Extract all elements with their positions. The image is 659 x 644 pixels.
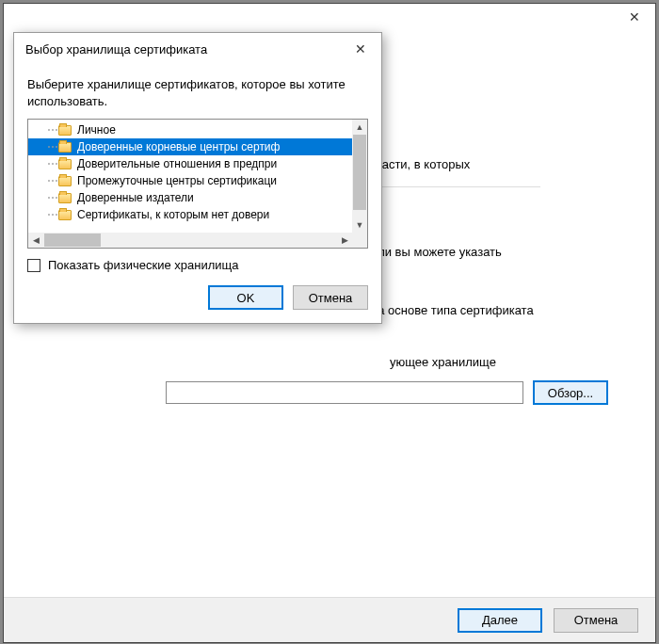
tree-connector-icon: ⋯: [47, 208, 56, 221]
tree-item[interactable]: ⋯Доверенные корневые центры сертиф: [28, 138, 367, 155]
store-path-row: Обзор...: [166, 380, 608, 405]
folder-icon: [58, 159, 72, 169]
folder-icon: [58, 193, 72, 203]
tree-item[interactable]: ⋯Личное: [28, 121, 367, 138]
scroll-left-icon[interactable]: ◀: [28, 233, 43, 248]
scroll-up-icon[interactable]: ▲: [352, 120, 367, 135]
scroll-thumb[interactable]: [353, 135, 366, 210]
dialog-title: Выбор хранилища сертификата: [25, 42, 207, 56]
tree-item-label: Доверенные корневые центры сертиф: [77, 140, 280, 153]
folder-icon: [58, 125, 72, 136]
tree-connector-icon: ⋯: [47, 123, 56, 137]
ok-button[interactable]: OK: [208, 285, 283, 310]
tree-item-label: Личное: [77, 123, 116, 137]
scroll-corner: [352, 233, 367, 248]
cancel-button[interactable]: Отмена: [554, 608, 638, 633]
tree-item[interactable]: ⋯Сертификаты, к которым нет довери: [28, 206, 367, 223]
folder-icon: [58, 176, 72, 186]
close-icon[interactable]: ✕: [347, 38, 374, 60]
show-physical-checkbox[interactable]: [27, 259, 40, 272]
tree-item-label: Сертификаты, к которым нет довери: [77, 208, 269, 221]
tree-item[interactable]: ⋯Промежуточные центры сертификаци: [28, 172, 367, 189]
tree-item[interactable]: ⋯Доверенные издатели: [28, 189, 367, 206]
horizontal-scrollbar[interactable]: ◀ ▶: [28, 233, 352, 248]
vertical-scrollbar[interactable]: ▲ ▼: [352, 120, 367, 233]
store-tree[interactable]: ⋯Личное⋯Доверенные корневые центры серти…: [27, 119, 368, 249]
close-icon[interactable]: ✕: [618, 6, 651, 28]
tree-item[interactable]: ⋯Доверительные отношения в предпри: [28, 155, 367, 172]
scroll-right-icon[interactable]: ▶: [337, 233, 352, 248]
next-button[interactable]: Далее: [458, 608, 542, 633]
dialog-body: Выберите хранилище сертификатов, которое…: [14, 65, 381, 323]
tree-item-label: Промежуточные центры сертификаци: [77, 174, 277, 187]
bg-line-4: ующее хранилище: [390, 354, 627, 371]
folder-icon: [58, 142, 72, 153]
dialog-instruction: Выберите хранилище сертификатов, которое…: [27, 76, 368, 109]
bg-line-1: области, в которых: [362, 156, 627, 173]
browse-button[interactable]: Обзор...: [533, 380, 608, 405]
dialog-button-row: OK Отмена: [27, 285, 368, 310]
select-store-dialog: Выбор хранилища сертификата ✕ Выберите х…: [13, 32, 382, 324]
bg-line-3: на основе типа сертификата: [371, 302, 627, 319]
bg-line-2: ше, или вы можете указать: [347, 244, 627, 261]
show-physical-row[interactable]: Показать физические хранилища: [27, 258, 368, 272]
tree-connector-icon: ⋯: [47, 140, 56, 153]
tree-connector-icon: ⋯: [47, 174, 56, 187]
dialog-cancel-button[interactable]: Отмена: [293, 285, 368, 310]
tree-item-label: Доверенные издатели: [77, 191, 194, 204]
wizard-titlebar: ✕: [4, 4, 655, 30]
show-physical-label: Показать физические хранилища: [48, 258, 239, 272]
scroll-thumb[interactable]: [44, 233, 101, 247]
tree-connector-icon: ⋯: [47, 191, 56, 204]
folder-icon: [58, 210, 72, 220]
divider: [362, 186, 540, 187]
wizard-footer: Далее Отмена: [4, 597, 655, 642]
dialog-titlebar: Выбор хранилища сертификата ✕: [14, 33, 381, 65]
tree-item-label: Доверительные отношения в предпри: [77, 157, 277, 170]
scroll-down-icon[interactable]: ▼: [352, 217, 367, 233]
tree-connector-icon: ⋯: [47, 157, 56, 170]
store-path-input[interactable]: [166, 381, 523, 404]
